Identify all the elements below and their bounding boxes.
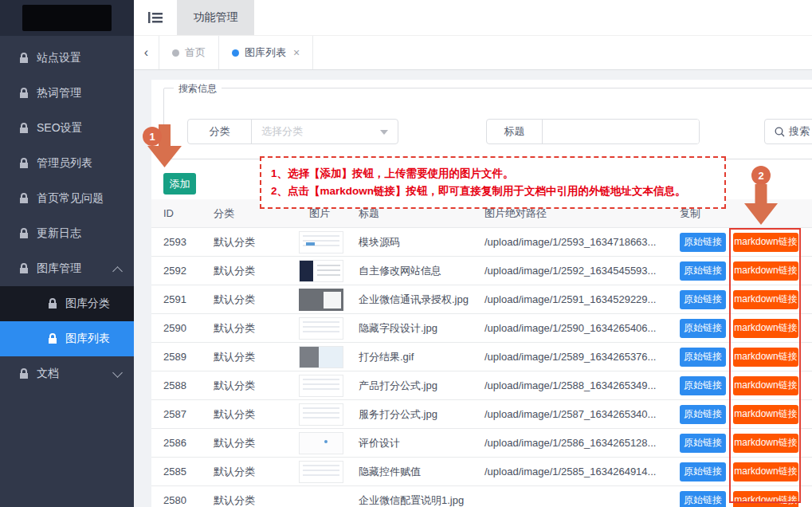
markdown-link-button[interactable]: markdown链接 [733,376,798,395]
category-label: 分类 [188,120,252,143]
original-link-button[interactable]: 原始链接 [680,434,726,453]
image-thumbnail[interactable] [299,260,343,282]
image-thumbnail[interactable] [299,489,343,507]
tab-function-management[interactable]: 功能管理 [177,0,254,35]
original-link-button[interactable]: 原始链接 [680,405,726,424]
original-link-button[interactable]: 原始链接 [680,261,726,281]
row-title: 打分结果.gif [359,351,414,363]
table-row: 2591 默认分类 企业微信通讯录授权.jpg /upload/image/1/… [151,285,812,314]
cell-title: 自主修改网站信息 [347,264,473,278]
cell-id: 2592 [151,265,202,277]
category-select[interactable]: 选择分类 [252,120,398,143]
sidebar-item-changelog[interactable]: 更新日志 [0,216,134,251]
markdown-link-button[interactable]: markdown链接 [733,233,798,252]
image-thumbnail[interactable] [299,317,343,340]
logo-image [22,5,112,31]
cell-path: /upload/image/1/2587_1634265340... [473,408,668,420]
cell-copy: 原始链接 markdown链接 [668,462,812,481]
lock-icon [18,227,30,240]
cell-image [297,260,347,282]
row-title: 自主修改网站信息 [359,265,441,277]
cell-copy: 原始链接 markdown链接 [668,434,812,453]
cell-category: 默认分类 [202,436,297,450]
cell-image [297,317,347,340]
cell-image [297,346,347,368]
original-link-button[interactable]: 原始链接 [680,376,726,395]
row-category: 默认分类 [214,437,255,449]
markdown-link-button[interactable]: markdown链接 [733,261,798,281]
original-link-button[interactable]: 原始链接 [680,319,726,338]
markdown-link-button[interactable]: markdown链接 [733,348,798,367]
sidebar-menu: 站点设置 热词管理 SEO设置 管理员列表 首页常见问题 更新日志 [0,36,134,391]
lock-icon [18,262,30,275]
annotation-line-2: 2、点击【markdown链接】按钮，即可直接复制用于文档中引用的外链地址文本信… [271,183,715,200]
row-category: 默认分类 [214,293,255,305]
row-category: 默认分类 [214,379,255,391]
row-category: 默认分类 [214,466,255,478]
annotation-arrow-1: 1 [137,123,188,171]
original-link-button[interactable]: 原始链接 [680,290,726,309]
image-thumbnail[interactable] [299,403,343,426]
lock-icon [46,297,59,310]
original-link-button[interactable]: 原始链接 [680,491,726,507]
cell-copy: 原始链接 markdown链接 [668,261,812,281]
markdown-link-button[interactable]: markdown链接 [733,491,798,507]
image-thumbnail[interactable] [299,461,343,483]
lock-icon [18,367,30,380]
gallery-table: ID 分类 图片 标题 图片绝对路径 复制 2593 默认分类 模块源码 /up… [151,199,812,507]
chevron-left-icon: ‹ [144,45,148,60]
tag-label: 首页 [185,45,206,60]
table-row: 2592 默认分类 自主修改网站信息 /upload/image/1/2592_… [151,257,812,285]
sidebar-item-faq[interactable]: 首页常见问题 [0,181,134,216]
image-thumbnail[interactable] [299,231,343,254]
markdown-link-button[interactable]: markdown链接 [733,462,798,481]
cell-id: 2587 [151,408,202,420]
tags-back-button[interactable]: ‹ [134,36,159,69]
image-thumbnail[interactable] [299,432,343,454]
app-window: 站点设置 热词管理 SEO设置 管理员列表 首页常见问题 更新日志 [0,0,812,507]
markdown-link-button[interactable]: markdown链接 [733,319,798,338]
sidebar-item-gallery-categories[interactable]: 图库分类 [0,286,134,321]
image-thumbnail[interactable] [299,346,343,368]
row-path: /upload/image/1/2590_1634265406... [484,322,656,334]
image-thumbnail[interactable] [299,375,343,397]
sidebar-item-admins[interactable]: 管理员列表 [0,146,134,181]
cell-path: /upload/image/1/2592_1634545593... [473,265,668,277]
search-button[interactable]: 搜索 [764,119,812,144]
tag-home[interactable]: 首页 [159,36,219,69]
add-button[interactable]: 添加 [163,173,196,195]
close-icon[interactable]: × [293,46,300,59]
image-thumbnail[interactable] [299,289,343,311]
sidebar-item-label: 文档 [37,367,59,381]
sidebar-item-hotwords[interactable]: 热词管理 [0,76,134,111]
search-icon [775,127,785,137]
cell-image [297,489,347,507]
sidebar-item-seo[interactable]: SEO设置 [0,111,134,146]
row-title: 服务打分公式.jpg [359,408,437,420]
row-title: 企业微信通讯录授权.jpg [359,293,469,305]
annotation-arrow-2: 2 [736,164,787,228]
tab-label: 功能管理 [194,10,238,25]
sidebar-item-gallery-list[interactable]: 图库列表 [0,321,134,356]
markdown-link-button[interactable]: markdown链接 [733,405,798,424]
sidebar-item-docs[interactable]: 文档 [0,356,134,391]
cell-category: 默认分类 [202,493,297,507]
sidebar-item-gallery[interactable]: 图库管理 [0,251,134,286]
sidebar-item-site-settings[interactable]: 站点设置 [0,41,134,76]
title-group: 标题 [486,119,700,144]
row-id: 2588 [163,379,186,391]
row-id: 2593 [163,236,186,248]
gallery-submenu: 图库分类 图库列表 [0,286,134,356]
original-link-button[interactable]: 原始链接 [680,348,726,367]
original-link-button[interactable]: 原始链接 [680,233,726,252]
markdown-link-button[interactable]: markdown链接 [733,290,798,309]
row-title: 评价设计 [359,437,400,449]
cell-image [297,231,347,254]
cell-copy: 原始链接 markdown链接 [668,319,812,338]
tag-gallery-list[interactable]: 图库列表 × [219,36,313,69]
collapse-menu-button[interactable] [134,0,177,35]
original-link-button[interactable]: 原始链接 [680,462,726,481]
markdown-link-button[interactable]: markdown链接 [733,434,798,453]
title-input[interactable] [543,120,699,143]
cell-category: 默认分类 [202,293,297,307]
